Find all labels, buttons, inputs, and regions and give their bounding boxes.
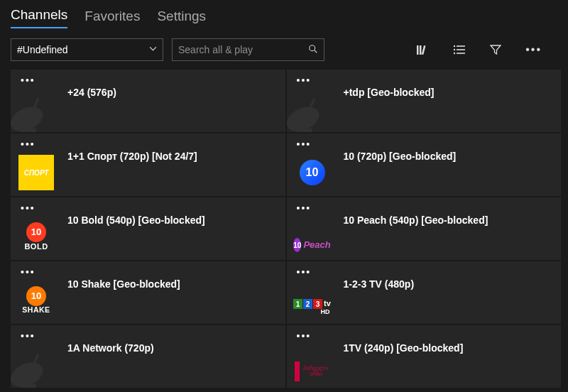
svg-point-7 (454, 49, 455, 50)
search-input[interactable] (178, 44, 308, 55)
search-icon[interactable] (308, 44, 318, 56)
channel-title: 1-2-3 TV (480p) (344, 278, 555, 290)
svg-line-1 (315, 50, 317, 53)
tab-favorites[interactable]: Favorites (84, 9, 140, 28)
card-text: +tdp [Geo-blocked] (334, 75, 555, 98)
card-more-icon[interactable]: ••• (21, 331, 36, 342)
channel-title: 10 Peach (540p) [Geo-blocked] (344, 214, 555, 226)
card-text: 1A Network (720p) (58, 331, 278, 354)
channel-title: 1+1 Спорт (720p) [Not 24/7] (67, 151, 278, 162)
logo-column: •••პირველი არხი (291, 331, 334, 382)
card-more-icon[interactable]: ••• (21, 267, 36, 278)
channel-card[interactable]: •••1010 (720p) [Geo-blocked] (287, 134, 562, 196)
card-more-icon[interactable]: ••• (297, 139, 312, 151)
channel-card[interactable]: •••1A Network (720p) (11, 325, 285, 388)
channel-title: 1A Network (720p) (67, 342, 278, 354)
channel-grid: •••+24 (576p)•••+tdp [Geo-blocked]•••СПО… (0, 70, 568, 392)
svg-rect-8 (457, 49, 465, 50)
channel-card[interactable]: •••СПОРТ1+1 Спорт (720p) [Not 24/7] (11, 134, 285, 196)
logo-column: •••10 (291, 139, 334, 190)
svg-rect-10 (457, 53, 465, 54)
card-more-icon[interactable]: ••• (297, 267, 312, 278)
svg-rect-6 (457, 45, 465, 47)
card-text: +24 (576p) (58, 75, 278, 98)
svg-point-5 (454, 45, 455, 47)
channel-card[interactable]: •••10SHAKE10 Shake [Geo-blocked] (11, 261, 285, 324)
channel-logo: СПОРТ (18, 155, 54, 190)
category-dropdown[interactable]: #Undefined (11, 38, 163, 61)
card-more-icon[interactable]: ••• (21, 203, 36, 214)
svg-rect-4 (422, 45, 426, 55)
channel-logo: 10Peach (295, 236, 330, 254)
card-text: 1+1 Спорт (720p) [Not 24/7] (58, 139, 278, 162)
channel-logo: 10SHAKE (18, 283, 54, 318)
card-text: 1TV (240p) [Geo-blocked] (334, 331, 555, 354)
svg-point-11 (11, 102, 47, 132)
top-tabs: Channels Favorites Settings (0, 0, 568, 28)
list-view-icon[interactable] (453, 43, 466, 56)
channel-title: 1TV (240p) [Geo-blocked] (344, 342, 555, 354)
card-more-icon[interactable]: ••• (21, 139, 36, 151)
tab-channels[interactable]: Channels (11, 7, 67, 28)
channel-title: 10 Bold (540p) [Geo-blocked] (67, 214, 278, 226)
channel-title: +24 (576p) (67, 87, 278, 98)
card-text: 10 (720p) [Geo-blocked] (334, 139, 555, 162)
svg-point-9 (454, 53, 455, 54)
dish-icon (11, 344, 55, 388)
svg-rect-19 (21, 384, 36, 388)
svg-rect-13 (21, 129, 36, 132)
svg-rect-3 (420, 45, 422, 55)
card-text: 10 Bold (540p) [Geo-blocked] (58, 203, 278, 226)
svg-point-0 (310, 45, 315, 50)
logo-column: •••10BOLD (15, 203, 58, 254)
channel-logo: 10BOLD (18, 219, 54, 254)
card-text: 10 Shake [Geo-blocked] (58, 267, 278, 290)
channel-title: +tdp [Geo-blocked] (344, 87, 555, 98)
toolbar-icons: ••• (416, 43, 557, 56)
category-dropdown-label: #Undefined (17, 44, 68, 55)
library-icon[interactable] (416, 43, 429, 56)
channel-card[interactable]: •••10BOLD10 Bold (540p) [Geo-blocked] (11, 197, 285, 260)
channel-title: 10 (720p) [Geo-blocked] (344, 151, 555, 162)
svg-rect-2 (417, 45, 419, 55)
search-box[interactable] (172, 38, 324, 61)
channel-logo: პირველი არხი (295, 361, 330, 382)
svg-point-14 (287, 102, 323, 132)
svg-point-17 (11, 358, 47, 388)
logo-column: •••СПОРТ (15, 139, 58, 190)
card-text: 1-2-3 TV (480p) (334, 267, 555, 290)
dish-icon (11, 88, 55, 132)
card-text: 10 Peach (540p) [Geo-blocked] (334, 203, 555, 226)
channel-logo: 10 (295, 155, 330, 190)
svg-rect-16 (296, 129, 312, 132)
dish-icon (287, 88, 331, 132)
card-more-icon[interactable]: ••• (297, 203, 312, 214)
card-more-icon[interactable]: ••• (297, 331, 312, 342)
channel-card[interactable]: •••პირველი არხი1TV (240p) [Geo-blocked] (287, 325, 562, 388)
logo-column: •••10SHAKE (15, 267, 58, 318)
filter-icon[interactable] (490, 43, 501, 56)
logo-column: •••123tvHD (291, 267, 334, 318)
channel-card[interactable]: •••+tdp [Geo-blocked] (287, 70, 562, 132)
channel-card[interactable]: •••10Peach10 Peach (540p) [Geo-blocked] (287, 197, 562, 260)
logo-column: •••10Peach (291, 203, 334, 254)
card-more-icon[interactable]: ••• (297, 75, 312, 87)
channel-card[interactable]: •••123tvHD1-2-3 TV (480p) (287, 261, 562, 324)
channel-logo: 123tvHD (295, 297, 330, 318)
toolbar: #Undefined ••• (0, 28, 568, 70)
channel-title: 10 Shake [Geo-blocked] (67, 278, 278, 290)
tab-settings[interactable]: Settings (157, 9, 206, 28)
more-icon[interactable]: ••• (525, 43, 542, 56)
card-more-icon[interactable]: ••• (21, 75, 36, 87)
channel-card[interactable]: •••+24 (576p) (11, 70, 285, 132)
chevron-down-icon (149, 45, 157, 55)
